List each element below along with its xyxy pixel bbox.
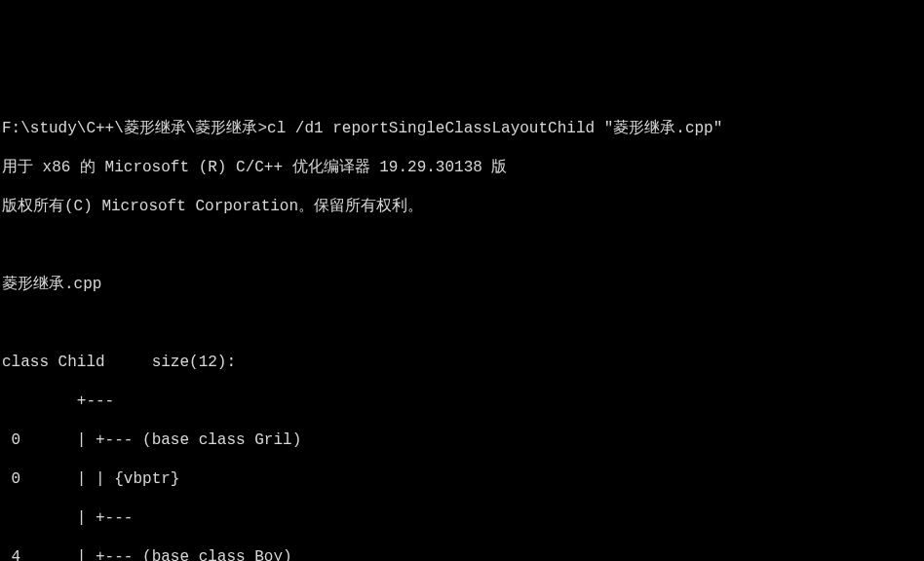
compiler-banner-line: 用于 x86 的 Microsoft (R) C/C++ 优化编译器 19.29… <box>2 159 507 176</box>
layout-line: +--- <box>2 393 114 410</box>
layout-line: 4 | +--- (base class Boy) <box>2 548 292 561</box>
class-header-line: class Child size(12): <box>2 354 236 371</box>
layout-line: | +--- <box>2 509 133 527</box>
layout-line: 0 | | {vbptr} <box>2 470 179 488</box>
terminal-output[interactable]: F:\study\C++\菱形继承\菱形继承>cl /d1 reportSing… <box>0 97 924 561</box>
command-line: F:\study\C++\菱形继承\菱形继承>cl /d1 reportSing… <box>2 120 722 137</box>
compiler-copyright-line: 版权所有(C) Microsoft Corporation。保留所有权利。 <box>2 198 423 215</box>
layout-line: 0 | +--- (base class Gril) <box>2 431 301 449</box>
source-file-line: 菱形继承.cpp <box>2 276 101 293</box>
